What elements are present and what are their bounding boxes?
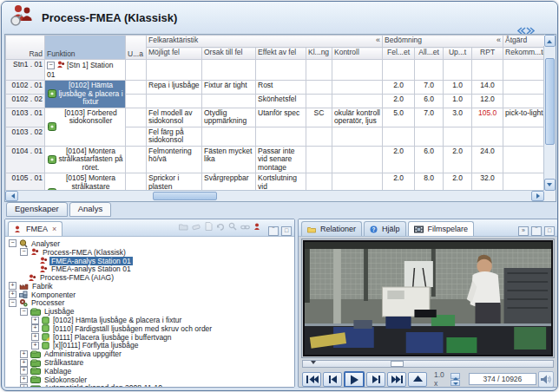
cell-upp[interactable]: 2.0 <box>444 146 472 173</box>
horizontal-scrollbar[interactable] <box>5 190 544 201</box>
cell-effekt[interactable]: Rost <box>256 81 306 95</box>
cell-mojligt[interactable] <box>147 60 202 81</box>
cell-u[interactable] <box>126 146 147 173</box>
cell-orsak[interactable]: Svårgreppbar <box>202 173 256 192</box>
last-frame-button[interactable] <box>387 372 406 387</box>
column-header-mojligt[interactable]: Möjligt fel <box>147 48 202 60</box>
scroll-left-button[interactable] <box>5 191 18 201</box>
tree-item[interactable]: +Administrativa uppgifter <box>9 350 294 358</box>
cell-orsak[interactable] <box>202 94 256 108</box>
cell-rpt[interactable]: 12.0 <box>472 94 503 108</box>
column-header-orsak[interactable]: Orsak till fel <box>202 48 256 60</box>
cell-effekt[interactable]: Kortslutning vid vattenläckage <box>256 173 306 192</box>
cell-orsak[interactable]: Fixtur är tight <box>202 81 256 95</box>
cell-effekt[interactable]: Passar inte vid senare montage <box>256 146 306 173</box>
tab-filmspelare[interactable]: Filmspelare <box>408 221 475 236</box>
cell-mojligt[interactable]: Felmontering hö/vä <box>147 146 202 173</box>
expand-icon[interactable]: + <box>20 384 28 388</box>
speed-up-button[interactable] <box>450 373 460 379</box>
tree-item[interactable]: +Fabrik <box>9 282 294 291</box>
cell-klassning[interactable] <box>306 81 332 95</box>
column-header-funktion[interactable]: Funktion <box>45 36 126 60</box>
column-header-rad[interactable]: Rad <box>6 36 45 60</box>
horizontal-scroll-thumb[interactable] <box>153 192 217 200</box>
tree-item[interactable]: −Process-FMEA (Klassisk) <box>9 248 294 257</box>
cell-klassning[interactable] <box>306 146 332 173</box>
tree-item[interactable]: −Processer <box>9 299 294 308</box>
group-header-2[interactable]: «Bedömning <box>383 36 503 48</box>
cell-fel[interactable]: 2.0 <box>383 81 415 95</box>
cell-orsak[interactable] <box>202 60 256 81</box>
cell-kontroll[interactable] <box>332 127 383 146</box>
step-forward-button[interactable] <box>366 372 385 387</box>
cell-rekomm[interactable] <box>503 94 544 108</box>
tree-item[interactable]: +[0110] Färdigställ ljusbågen med skruv … <box>9 324 294 333</box>
scroll-right-button[interactable] <box>531 191 544 201</box>
cell-mojligt[interactable]: Fel modell av sidokonsol <box>147 108 202 127</box>
cell-rad[interactable]: 0102 . 02 <box>6 94 45 108</box>
page-icon[interactable] <box>205 219 213 234</box>
cell-kontroll[interactable]: okulär kontroll operatör, ljus <box>332 108 383 127</box>
cell-all[interactable]: 7.0 <box>415 108 444 127</box>
step-back-button[interactable] <box>323 372 342 387</box>
cell-klassning[interactable] <box>306 94 332 108</box>
tree-item[interactable]: +[0111] Placera ljusbåge i buffertvagn <box>9 333 294 342</box>
eraser-icon[interactable] <box>192 219 201 234</box>
eject-button[interactable] <box>408 372 427 387</box>
column-header-effekt[interactable]: Effekt av fel <box>256 48 306 60</box>
cell-u[interactable] <box>126 60 147 81</box>
tree-item[interactable]: FMEA-analys Station 01 <box>9 265 294 273</box>
cell-rad[interactable]: 0102 . 01 <box>6 81 45 95</box>
expand-icon[interactable]: + <box>20 367 28 375</box>
speed-down-button[interactable] <box>450 380 460 386</box>
cell-u[interactable] <box>126 127 147 146</box>
cell-kontroll[interactable] <box>332 173 383 192</box>
row-expander-icon[interactable]: − <box>47 62 55 69</box>
cell-upp[interactable]: 3.0 <box>444 108 472 127</box>
cell-effekt[interactable]: Utanför spec <box>256 108 306 127</box>
collapse-icon[interactable]: − <box>20 248 28 256</box>
group-header-1[interactable]: «Felkaraktäristik <box>147 36 383 48</box>
cell-rpt[interactable]: 105.0 <box>472 108 503 127</box>
collapse-panel-icon[interactable]: ‾ <box>531 226 542 236</box>
cell-upp[interactable]: 2.0 <box>444 173 472 192</box>
open-icon[interactable] <box>179 219 188 234</box>
cell-fel[interactable]: 2.0 <box>383 173 415 192</box>
expand-icon[interactable]: + <box>9 282 16 290</box>
cell-upp[interactable]: 1.0 <box>444 81 472 95</box>
fmea-person-icon[interactable] <box>253 219 261 234</box>
cell-rpt[interactable]: 14.0 <box>472 81 503 95</box>
tree-item[interactable]: +Kablage <box>9 367 294 376</box>
cell-fel[interactable]: 5.0 <box>383 108 415 127</box>
cell-mojligt[interactable] <box>147 94 202 108</box>
cell-rpt[interactable]: 32.0 <box>472 173 503 192</box>
cell-u[interactable] <box>126 94 147 108</box>
play-button[interactable] <box>344 371 365 388</box>
expand-icon[interactable]: + <box>31 324 39 332</box>
cell-rekomm[interactable] <box>503 173 544 192</box>
cell-orsak[interactable]: Otydlig uppmärkning <box>202 108 256 127</box>
cell-mojligt[interactable]: Sprickor i plasten <box>147 173 202 192</box>
cell-kontroll[interactable] <box>332 81 383 95</box>
expand-icon[interactable]: + <box>31 333 39 341</box>
cell-klassning[interactable]: SC <box>306 108 332 127</box>
column-header-rekomm[interactable]: Rekomm...tgärd <box>503 48 544 60</box>
cell-all[interactable]: 6.0 <box>415 94 444 108</box>
expand-icon[interactable]: + <box>20 376 28 383</box>
cell-klassning[interactable] <box>306 127 332 146</box>
column-header-all[interactable]: All...et <box>415 48 444 60</box>
tree-item[interactable]: +Sidokonsoler <box>9 376 294 384</box>
cell-funktion[interactable]: [0105] Montera strålkastare <box>45 173 126 192</box>
close-tab-icon[interactable]: × <box>52 225 56 233</box>
vertical-scrollbar[interactable] <box>543 46 556 191</box>
cell-all[interactable] <box>415 60 444 81</box>
cell-fel[interactable] <box>383 60 415 81</box>
cell-fel[interactable] <box>383 127 415 146</box>
tab-relationer[interactable]: Relationer <box>301 221 362 236</box>
cell-all[interactable] <box>415 127 444 146</box>
group-header-3[interactable]: Åtgärd <box>503 36 544 48</box>
cell-rpt[interactable] <box>472 127 503 146</box>
search-icon[interactable] <box>228 219 237 234</box>
cell-klassning[interactable] <box>306 60 332 81</box>
cell-mojligt[interactable]: Repa i ljusbåge <box>147 81 202 95</box>
